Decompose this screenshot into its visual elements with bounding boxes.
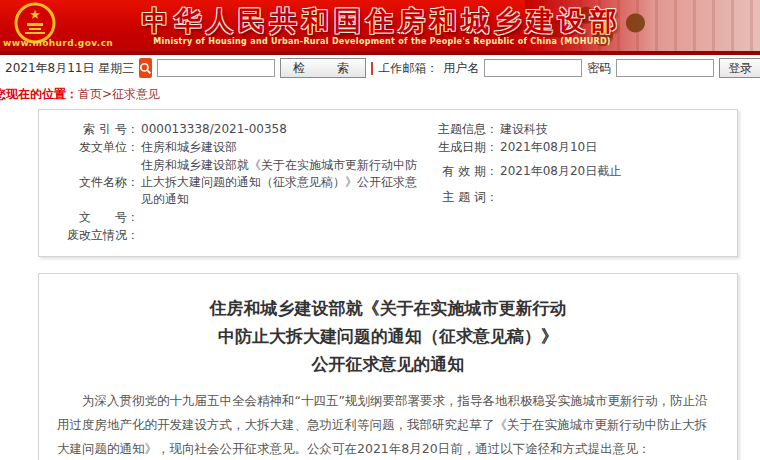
search-icon[interactable] <box>139 58 152 78</box>
meta-row-keywords: 主 题 词： <box>422 189 729 206</box>
breadcrumb: 您现在的位置：首页>征求意见 <box>0 86 760 101</box>
meta-row-repeal-status: 废改立情况： <box>47 227 422 244</box>
breadcrumb-label: 您现在的位置： <box>0 87 78 101</box>
article-box: 住房和城乡建设部就《关于在实施城市更新行动 中防止大拆大建问题的通知（征求意见稿… <box>38 273 738 460</box>
article-title-line-3: 公开征求意见的通知 <box>57 350 719 378</box>
site-url: www.mohurd.gov.cn <box>3 38 113 48</box>
search-button[interactable]: 检 索 <box>280 58 366 78</box>
site-title: 中华人民共和国住房和城乡建设部 <box>108 3 656 39</box>
meta-row-subject-info: 主题信息： 建设科技 <box>422 121 729 138</box>
breadcrumb-path[interactable]: 首页>征求意见 <box>78 87 160 101</box>
article-title: 住房和城乡建设部就《关于在实施城市更新行动 中防止大拆大建问题的通知（征求意见稿… <box>57 294 719 378</box>
meta-row-document-number: 文 号： <box>47 209 422 226</box>
work-mail-label: 工作邮箱： <box>378 60 438 77</box>
meta-row-issuing-unit: 发文单位： 住房和城乡建设部 <box>47 139 422 156</box>
svg-text:★: ★ <box>29 7 41 22</box>
site-header: ★ www.mohurd.gov.cn 中华人民共和国住房和城乡建设部 Mini… <box>0 0 760 55</box>
username-label: 用户名 <box>443 60 479 77</box>
page: ★ www.mohurd.gov.cn 中华人民共和国住房和城乡建设部 Mini… <box>0 0 760 460</box>
meta-left-column: 索 引 号： 000013338/2021-00358 发文单位： 住房和城乡建… <box>47 121 422 245</box>
meta-right-column: 主题信息： 建设科技 生成日期： 2021年08月10日 有 效 期： 2021… <box>422 121 729 245</box>
password-input[interactable] <box>616 59 714 77</box>
meta-row-document-name: 文件名称： 住房和城乡建设部就《关于在实施城市更新行动中防止大拆大建问题的通知（… <box>47 157 422 208</box>
meta-row-validity: 有 效 期： 2021年08月20日截止 <box>422 163 729 180</box>
toolbar: 2021年8月11日 星期三 检 索 工作邮箱：用户名 密码 登录 ⌂ 设为首页… <box>0 55 760 81</box>
article-paragraph-intro: 为深入贯彻党的十九届五中全会精神和“十四五”规划纲要部署要求，指导各地积极稳妥实… <box>57 389 719 460</box>
site-subtitle-english: Ministry of Housing and Urban-Rural Deve… <box>108 37 656 46</box>
document-meta-box: 索 引 号： 000013338/2021-00358 发文单位： 住房和城乡建… <box>38 109 738 257</box>
article-body: 为深入贯彻党的十九届五中全会精神和“十四五”规划纲要部署要求，指导各地积极稳妥实… <box>57 389 719 460</box>
login-button[interactable]: 登录 <box>719 58 760 78</box>
meta-row-index-number: 索 引 号： 000013338/2021-00358 <box>47 121 422 138</box>
username-input[interactable] <box>484 59 582 77</box>
header-bottom-strip <box>0 51 760 55</box>
meta-row-generate-date: 生成日期： 2021年08月10日 <box>422 139 729 156</box>
article-title-line-1: 住房和城乡建设部就《关于在实施城市更新行动 <box>57 294 719 322</box>
emblem-panel: ★ www.mohurd.gov.cn <box>0 0 104 51</box>
article-title-line-2: 中防止大拆大建问题的通知（征求意见稿）》 <box>57 322 719 350</box>
password-label: 密码 <box>587 60 611 77</box>
search-input[interactable] <box>157 59 275 77</box>
mail-icon <box>371 62 373 75</box>
current-date: 2021年8月11日 星期三 <box>5 60 134 77</box>
